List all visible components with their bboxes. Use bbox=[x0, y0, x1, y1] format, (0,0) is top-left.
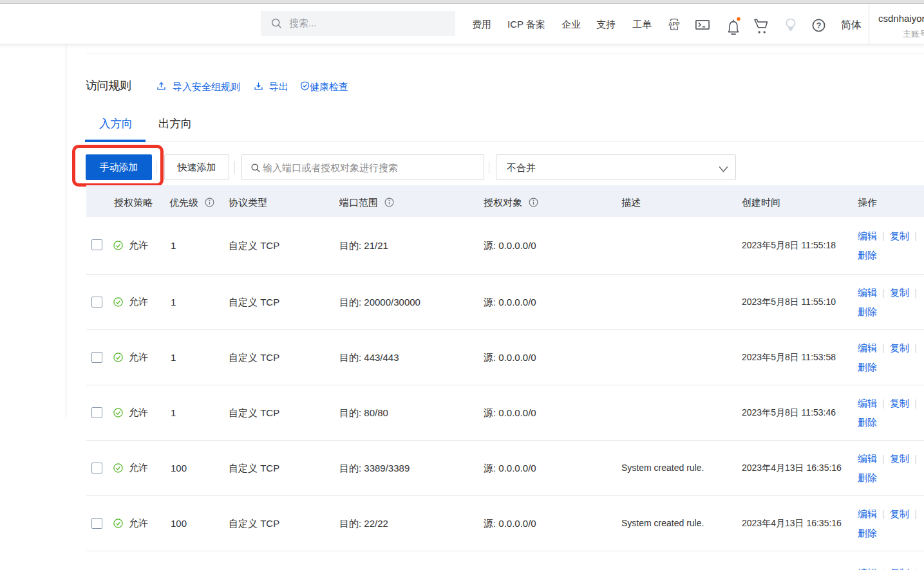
svg-text:?: ? bbox=[816, 21, 822, 30]
svg-text:APP: APP bbox=[668, 21, 680, 27]
